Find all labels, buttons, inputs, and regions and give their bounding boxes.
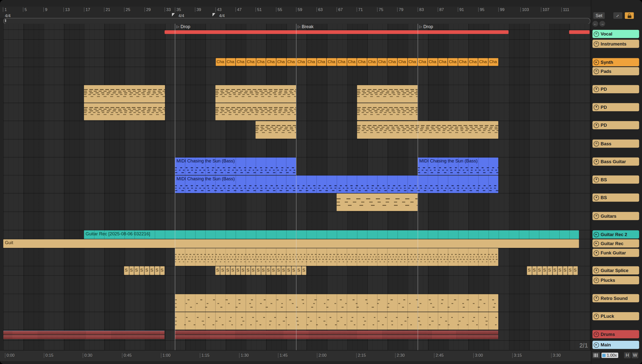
zoom-level-badge[interactable]: 1.00x	[601, 352, 618, 358]
guitar-splice-clip[interactable]: S	[568, 266, 572, 275]
guitar-splice-clip[interactable]: S	[144, 266, 149, 275]
track-header-retro-sound[interactable]: Retro Sound	[592, 294, 639, 302]
track-lane[interactable]	[3, 193, 590, 194]
synth-midi-clip[interactable]: Cha	[216, 58, 225, 66]
synth-midi-clip[interactable]: Cha	[266, 58, 276, 66]
track-lane[interactable]	[3, 40, 590, 40]
bs-midi-clip[interactable]	[337, 194, 418, 211]
guitar-splice-clip[interactable]: S	[150, 266, 154, 275]
time-signature-marker[interactable]: 4/4	[219, 14, 225, 18]
track-header-pd-2[interactable]: PD	[592, 103, 639, 111]
bass-guitar-midi-clip[interactable]: MIDI Chasing the Sun (Bass)	[418, 158, 498, 175]
synth-midi-clip[interactable]: Cha	[388, 58, 397, 66]
guitar-splice-clip[interactable]: S	[225, 266, 230, 275]
track-header-plucks[interactable]: Plucks	[592, 276, 639, 284]
guitar-splice-clip[interactable]: S	[241, 266, 245, 275]
overview-handle[interactable]	[5, 19, 6, 22]
synth-midi-clip[interactable]: Cha	[296, 58, 306, 66]
track-lane[interactable]	[3, 340, 590, 341]
height-zoom-button[interactable]: H	[624, 352, 630, 358]
drums-audio-clip[interactable]	[3, 335, 165, 339]
guitar-splice-clip[interactable]: S	[215, 266, 220, 275]
guitar-splice-clip[interactable]: S	[266, 266, 271, 275]
track-header-funk-guitar[interactable]: Funk Guitar	[592, 249, 639, 257]
synth-midi-clip[interactable]: Cha	[408, 58, 418, 66]
track-header-drums[interactable]: Drums	[592, 330, 639, 338]
guitar-splice-clip[interactable]: S	[251, 266, 256, 275]
vocal-audio-clip[interactable]	[165, 30, 509, 34]
pd-midi-clip[interactable]	[255, 121, 296, 139]
guitar-splice-clip[interactable]: S	[542, 266, 547, 275]
locator-drop-2[interactable]: ▷ Drop	[419, 24, 433, 29]
track-lane[interactable]	[3, 275, 590, 276]
track-header-pads[interactable]: Pads	[592, 67, 639, 75]
guitar-splice-clip[interactable]: S	[261, 266, 266, 275]
synth-midi-clip[interactable]: Cha	[327, 58, 337, 66]
pd-midi-clip[interactable]	[215, 103, 296, 120]
track-header-vocal[interactable]: Vocal	[592, 30, 639, 38]
forward-arrow-button[interactable]: →	[599, 21, 605, 26]
guitar-splice-clip[interactable]: S	[271, 266, 276, 275]
arrangement-overview-scrollbar[interactable]	[3, 18, 590, 24]
funk-guitar-midi-clip[interactable]	[175, 248, 498, 266]
track-lane[interactable]	[3, 157, 590, 158]
guitar-splice-clip[interactable]: S	[291, 266, 296, 275]
bar-ruler[interactable]: 1 5 9 13 17 21 25 29 33 35 39 43 47 51 5…	[0, 6, 591, 13]
set-button[interactable]: Set	[593, 12, 605, 19]
synth-midi-clip[interactable]: Cha	[428, 58, 438, 66]
bs-midi-clip[interactable]: MIDI Chasing the Sun (Bass)	[175, 176, 498, 193]
vocal-audio-clip[interactable]	[569, 30, 590, 34]
guitar-splice-clip[interactable]: S	[558, 266, 562, 275]
track-header-pluck[interactable]: PLuck	[592, 312, 639, 320]
guitar-splice-clip[interactable]: S	[139, 266, 144, 275]
synth-midi-clip[interactable]: Cha	[307, 58, 316, 66]
track-header-instruments[interactable]: Instruments	[592, 40, 639, 48]
track-lane[interactable]	[3, 29, 590, 30]
track-header-bass-guitar[interactable]: Bass Guitar	[592, 158, 639, 166]
guitar-splice-clip[interactable]: S	[129, 266, 134, 275]
pd-midi-clip[interactable]	[357, 85, 418, 103]
synth-midi-clip[interactable]: Cha	[276, 58, 286, 66]
guitar-splice-clip[interactable]: S	[547, 266, 552, 275]
guitar-rec-audio-clip[interactable]: Guit	[3, 239, 579, 248]
guitar-splice-clip[interactable]: S	[124, 266, 129, 275]
track-lane[interactable]	[3, 139, 590, 140]
guitar-splice-clip[interactable]: S	[235, 266, 240, 275]
pd-midi-clip[interactable]	[84, 103, 165, 120]
pd-midi-clip[interactable]	[357, 103, 418, 120]
track-lane[interactable]	[3, 212, 590, 212]
synth-midi-clip[interactable]: Cha	[337, 58, 347, 66]
synth-midi-clip[interactable]: Cha	[256, 58, 266, 66]
guitar-splice-clip[interactable]: S	[527, 266, 532, 275]
track-lane[interactable]	[3, 67, 590, 67]
guitar-rec2-audio-clip[interactable]: Guitar Rec [2025-08-06 032216]	[84, 230, 579, 239]
track-header-bs-1[interactable]: BS	[592, 176, 639, 184]
lock-button[interactable]	[625, 12, 634, 19]
guitar-splice-clip[interactable]: S	[276, 266, 281, 275]
guitar-splice-clip[interactable]: S	[256, 266, 260, 275]
retro-sound-midi-clip[interactable]	[175, 294, 498, 312]
track-header-guitars[interactable]: Guitars	[592, 212, 639, 220]
synth-midi-clip[interactable]: Cha	[488, 58, 498, 66]
drums-audio-clip[interactable]	[175, 335, 498, 339]
synth-midi-clip[interactable]: Cha	[448, 58, 458, 66]
track-header-guitar-rec-2[interactable]: Guitar Rec 2	[592, 230, 639, 238]
width-zoom-button[interactable]: W	[632, 352, 638, 358]
track-header-guitar-rec[interactable]: Guitar Rec	[592, 239, 639, 247]
bass-guitar-midi-clip[interactable]: MIDI Chasing the Sun (Bass)	[175, 158, 296, 175]
locator-break[interactable]: ▷ Break	[298, 24, 314, 29]
synth-midi-clip[interactable]: Cha	[226, 58, 236, 66]
synth-midi-clip[interactable]: Cha	[398, 58, 407, 66]
synth-midi-clip[interactable]: Cha	[468, 58, 478, 66]
track-header-guitar-splice[interactable]: Guitar Splice	[592, 266, 639, 274]
synth-midi-clip[interactable]: Cha	[357, 58, 367, 66]
synth-midi-clip[interactable]: Cha	[246, 58, 256, 66]
pd-midi-clip[interactable]	[215, 85, 296, 103]
track-header-bs-2[interactable]: BS	[592, 194, 639, 202]
synth-midi-clip[interactable]: Cha	[347, 58, 357, 66]
drums-audio-clip[interactable]	[175, 330, 498, 335]
drums-audio-clip[interactable]	[3, 330, 165, 335]
time-ruler[interactable]: 0:00 0:15 0:30 0:45 1:00 1:15 1:30 1:45 …	[0, 350, 591, 361]
guitar-splice-clip[interactable]: S	[134, 266, 139, 275]
track-header-pd-1[interactable]: PD	[592, 85, 639, 93]
